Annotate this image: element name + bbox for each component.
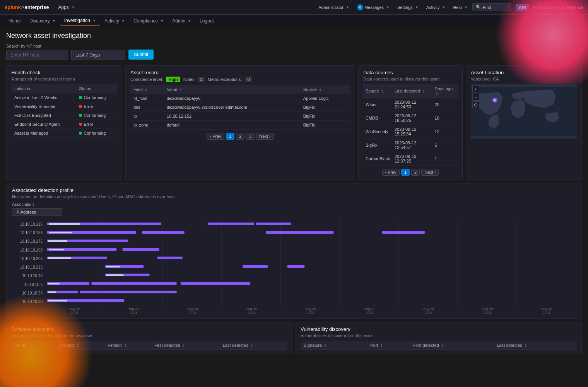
chart-label-0: 10.10.10.116 xyxy=(12,220,45,228)
svg-rect-18 xyxy=(142,231,185,234)
conforming-icon xyxy=(79,132,82,135)
logo[interactable]: splunk>enterprise xyxy=(5,4,49,10)
vuln-col-signature: Signature ⇕ xyxy=(301,341,367,350)
chart-label-3: 10.10.10.198 xyxy=(12,246,45,254)
association-select[interactable]: IP Address User MAC Address xyxy=(12,208,62,216)
ds-prev-button[interactable]: ‹ Prev xyxy=(382,169,400,176)
nav-activity[interactable]: Activity ▼ xyxy=(101,17,129,25)
table-row: ip 10.20.12.152 BigFix xyxy=(130,112,350,121)
asset-page-2-button[interactable]: 2 xyxy=(236,133,244,140)
datasrc-pagination: ‹ Prev 1 2 Next › xyxy=(363,169,458,176)
chart-label-9: 10.10.10.80 xyxy=(12,298,45,306)
ds-source: WinSecurity xyxy=(363,125,392,139)
find-box[interactable]: 🔍 Find xyxy=(472,3,511,11)
asset-location-title: Asset Location xyxy=(471,70,577,75)
nav-discovery[interactable]: Discovery ▼ xyxy=(26,17,60,25)
apps-chevron-icon: ▼ xyxy=(72,5,75,9)
svg-rect-32 xyxy=(287,265,304,268)
map-reset-button[interactable]: ⊙ xyxy=(472,101,479,108)
submit-button[interactable]: Submit xyxy=(128,50,154,60)
asset-source: BigFix xyxy=(300,112,350,121)
health-col-indicator: Indicator xyxy=(11,84,76,93)
ds-source: CMDB xyxy=(363,111,392,125)
vulnerability-discovery-panel: Vulnerability discovery Vulnerabilities … xyxy=(296,322,582,354)
confidence-badge: High xyxy=(166,77,180,82)
conforming-icon xyxy=(79,114,82,117)
vuln-col-port: Port ⇕ xyxy=(367,341,410,350)
map-controls: + − ⊙ xyxy=(472,86,479,108)
table-row: dns dicadwabc5payy6.vcr.discover edintel… xyxy=(130,103,350,112)
health-table: Indicator Status Active in Last 2 Weeks … xyxy=(11,84,117,138)
svg-rect-38 xyxy=(181,282,250,285)
search-input[interactable] xyxy=(6,50,68,60)
nav-investigation[interactable]: Investigation ▼ xyxy=(60,16,100,26)
health-indicator: Endpoint Security Agent xyxy=(11,120,76,129)
settings-button[interactable]: Settings ▼ xyxy=(394,3,422,11)
asset-field: dns xyxy=(130,103,164,112)
panels-row-1: Health check A snapshot of overall asset… xyxy=(6,65,582,180)
admin-nav-chevron-icon: ▼ xyxy=(188,19,191,23)
ds-page-2-button[interactable]: 2 xyxy=(411,169,420,176)
data-sources-panel: Data sources Data sources used to discov… xyxy=(358,65,463,180)
logo-splunk: splunk xyxy=(5,4,21,10)
error-icon xyxy=(79,123,82,126)
map-zoom-out-button[interactable]: − xyxy=(472,94,479,101)
chart-label-5: 10.10.10.213 xyxy=(12,264,45,271)
nav-logout[interactable]: Logout xyxy=(196,17,218,25)
asset-next-button[interactable]: Next › xyxy=(256,133,273,140)
asset-source: Applied Logic xyxy=(300,94,350,103)
search-label: Search by NT host xyxy=(6,44,68,48)
ds-last-detected: 2023-09-12 15:25:54 xyxy=(392,125,432,139)
chart-y-labels: 10.10.10.116 10.10.10.138 10.10.10.175 1… xyxy=(12,220,45,306)
ds-col-last-detected: Last detected ⇕ xyxy=(392,84,432,98)
ds-page-1-button[interactable]: 1 xyxy=(401,169,410,176)
help-button[interactable]: Help ▼ xyxy=(450,3,471,11)
assoc-label: Association xyxy=(12,202,576,207)
health-indicator: Active in Last 2 Weeks xyxy=(11,93,76,102)
svg-rect-41 xyxy=(80,291,177,293)
asset-value: 10.20.12.152 xyxy=(164,112,300,121)
detection-profile-title: Associated detection profile xyxy=(12,187,576,193)
nav-home[interactable]: Home xyxy=(5,17,25,25)
health-status: Error xyxy=(76,102,117,111)
data-sources-title: Data sources xyxy=(363,70,458,75)
sw-col-last-detected: Last detected ⇕ xyxy=(220,341,287,350)
table-row: WinSecurity 2023-09-12 15:25:54 12 xyxy=(363,125,458,139)
metric-label: Metric exceptions: xyxy=(208,77,242,82)
administrator-button[interactable]: Administrator ▼ xyxy=(315,3,352,11)
asset-col-source: Source ⇕ xyxy=(300,85,350,94)
compliance-chevron-icon: ▼ xyxy=(160,19,164,23)
table-row: Full Disk Encrypted Conforming xyxy=(11,111,117,120)
asset-page-3-button[interactable]: 3 xyxy=(246,133,255,140)
asset-pagination: ‹ Prev 1 2 3 Next › xyxy=(130,133,350,140)
asset-page-1-button[interactable]: 1 xyxy=(226,133,234,140)
activity-button[interactable]: Activity ▼ xyxy=(423,3,449,11)
asset-prev-button[interactable]: ‹ Prev xyxy=(207,133,224,140)
error-icon xyxy=(79,105,82,108)
nav-admin[interactable]: Admin ▼ xyxy=(168,17,195,25)
map-zoom-in-button[interactable]: + xyxy=(472,86,479,93)
nav-compliance[interactable]: Compliance ▼ xyxy=(130,17,168,25)
table-row: CarbonBlack 2023-09-12 12:37:25 1 xyxy=(363,152,458,166)
asset-record-title: Asset record xyxy=(130,70,350,75)
search-group: Search by NT host xyxy=(6,44,68,60)
activity-nav-chevron-icon: ▼ xyxy=(121,19,125,23)
asset-table: Field ⇕ Value ⇕ Source ⇕ nt_host dicadwa… xyxy=(130,85,350,130)
vulnerability-discovery-title: Vulnerability discovery xyxy=(301,326,577,332)
detection-profile-section: Associated detection profile Illustrates… xyxy=(6,183,582,319)
ds-source: BigFix xyxy=(363,139,392,152)
apps-button[interactable]: Apps ▼ xyxy=(55,3,78,12)
asset-value: dicadwabc5payy6.vcr.discover edintel.com xyxy=(164,103,300,112)
date-select[interactable]: Last 7 Days Last 24 Hours Last 30 Days xyxy=(71,50,125,60)
table-row: BigFix 2023-09-12 12:54:57 5 xyxy=(363,139,458,152)
logo-enterprise: enterprise xyxy=(25,4,49,10)
admin-chevron-icon: ▼ xyxy=(346,5,349,9)
asset-field: ip xyxy=(130,112,164,121)
ds-next-button[interactable]: Next › xyxy=(421,169,439,176)
svg-rect-34 xyxy=(106,274,123,276)
messages-button[interactable]: 6 Messages ▼ xyxy=(354,3,393,12)
health-status: Error xyxy=(76,120,117,129)
notes-label: Notes xyxy=(183,77,195,82)
ds-last-detected: 2023-09-12 12:54:57 xyxy=(392,139,432,152)
table-row: nt_host dicadwabc5payy6 Applied Logic xyxy=(130,94,350,103)
